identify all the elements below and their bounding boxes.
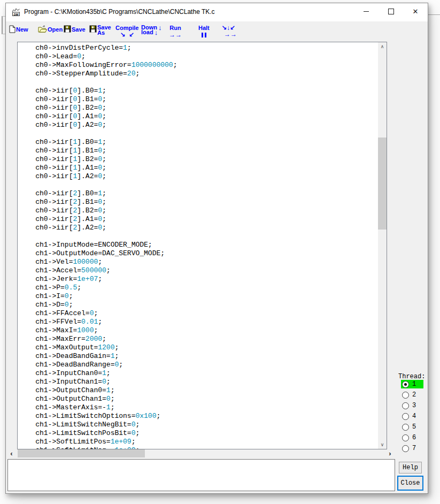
output-box[interactable] xyxy=(7,459,395,491)
scroll-down-icon: ∨ xyxy=(381,442,384,447)
thread-option-label: 3 xyxy=(412,402,416,409)
open-label: Open xyxy=(48,27,63,33)
maximize-button[interactable] xyxy=(379,3,403,19)
scroll-left-button[interactable]: ‹ xyxy=(7,449,16,457)
thread-radio-2[interactable]: 2 xyxy=(401,391,423,399)
horizontal-scrollbar[interactable]: ‹ › xyxy=(7,449,394,457)
code-line: ch1->OutputMode=DAC_SERVO_MODE; xyxy=(19,249,378,258)
code-line: ch1->MaxErr=2000; xyxy=(19,335,378,343)
code-line: ch1->LimitSwitchOptions=0x100; xyxy=(19,412,378,421)
svg-text:DM: DM xyxy=(14,13,19,16)
radio-button-icon xyxy=(402,402,409,409)
code-line: ch0->iir[1].A1=0; xyxy=(19,164,378,172)
minimize-icon xyxy=(364,11,369,12)
halt-label: Halt xyxy=(198,25,210,31)
code-line: ch0->iir[0].A2=0; xyxy=(19,121,378,129)
new-label: New xyxy=(16,27,28,33)
scroll-down-button[interactable]: ∨ xyxy=(378,440,387,449)
code-line: ch0->MaxFollowingError=1000000000; xyxy=(19,61,378,70)
code-line: ch0->iir[1].B0=1; xyxy=(19,138,378,147)
code-line: ch0->Lead=0; xyxy=(19,52,378,61)
close-button[interactable]: Close xyxy=(397,476,423,491)
toolbar: New Open Save xyxy=(6,21,428,42)
maximize-icon xyxy=(388,9,394,14)
radio-button-icon xyxy=(402,434,409,441)
code-line: ch0->iir[2].B1=0; xyxy=(19,198,378,207)
step-arrows-icon: →→ xyxy=(224,32,237,37)
thread-radio-4[interactable]: 4 xyxy=(401,412,423,421)
code-line: ch1->LimitSwitchNegBit=0; xyxy=(19,421,378,429)
scroll-right-icon: › xyxy=(389,450,391,457)
code-line: ch0->iir[0].B0=1; xyxy=(19,87,378,95)
open-button[interactable]: Open xyxy=(38,25,63,34)
open-folder-icon xyxy=(38,25,47,34)
code-line: ch1->OutputChan1=0; xyxy=(19,395,378,403)
code-editor[interactable]: ch0->invDistPerCycle=1; ch0->Lead=0; ch0… xyxy=(17,42,387,449)
code-lines: ch0->invDistPerCycle=1; ch0->Lead=0; ch0… xyxy=(18,42,378,449)
code-line xyxy=(19,129,378,138)
code-line: ch0->iir[0].A1=0; xyxy=(19,112,378,121)
run-arrows-icon: →→ xyxy=(169,32,182,37)
halt-button[interactable]: Halt xyxy=(198,25,210,37)
new-file-icon xyxy=(9,25,16,34)
download-button[interactable]: Down↓ load↓ xyxy=(141,25,161,35)
code-line: ch0->iir[1].B2=0; xyxy=(19,155,378,164)
radio-button-icon xyxy=(402,392,409,399)
horizontal-scrollbar-thumb[interactable] xyxy=(18,449,145,457)
thread-radio-5[interactable]: 5 xyxy=(401,423,423,431)
thread-radio-6[interactable]: 6 xyxy=(401,433,423,442)
code-line: ch0->iir[2].A1=0; xyxy=(19,215,378,224)
thread-option-label: 4 xyxy=(412,413,416,420)
thread-option-label: 6 xyxy=(412,434,416,441)
radio-button-icon xyxy=(402,381,409,388)
thread-option-label: 7 xyxy=(412,445,416,452)
thread-radio-7[interactable]: 7 xyxy=(401,444,423,453)
thread-option-label: 1 xyxy=(412,380,416,388)
scroll-up-button[interactable]: ∧ xyxy=(378,42,387,51)
save-as-floppy-icon xyxy=(89,25,97,34)
radio-button-icon xyxy=(402,413,409,420)
code-line: ch0->iir[2].B0=1; xyxy=(19,189,378,198)
code-line: ch0->iir[2].B2=0; xyxy=(19,207,378,215)
help-button[interactable]: Help xyxy=(399,462,422,474)
dynomotion-dm-icon: DM xyxy=(11,7,21,17)
code-line: ch0->iir[0].B1=0; xyxy=(19,95,378,104)
program-window: DM Program - C:\KMotion435b\C Programs\C… xyxy=(5,3,428,494)
thread-label: Thread: xyxy=(398,373,425,380)
code-line: ch1->SoftLimitNeg=-1e+09; xyxy=(19,446,378,449)
code-line: ch0->StepperAmplitude=20; xyxy=(19,70,378,78)
down-arrow-icon: ↓ xyxy=(158,25,162,30)
scroll-right-button[interactable]: › xyxy=(386,449,394,457)
step-button[interactable]: ↘↓↙ →→ xyxy=(220,25,237,37)
thread-radio-3[interactable]: 3 xyxy=(401,401,423,410)
vertical-scrollbar-thumb[interactable] xyxy=(378,138,387,230)
code-line: ch0->iir[0].B2=0; xyxy=(19,104,378,112)
save-as-button[interactable]: Save As xyxy=(89,25,111,35)
run-label: Run xyxy=(169,25,181,31)
pause-bars-icon xyxy=(202,33,206,37)
code-line: ch1->InputChan0=1; xyxy=(19,369,378,378)
radio-button-icon xyxy=(402,424,409,431)
code-line: ch1->FFAccel=0; xyxy=(19,309,378,318)
code-line: ch1->DeadBandGain=1; xyxy=(19,352,378,361)
code-line: ch1->Accel=500000; xyxy=(19,266,378,275)
run-button[interactable]: Run →→ xyxy=(169,25,182,37)
minimize-button[interactable] xyxy=(354,3,379,19)
code-line: ch1->MaxI=1000; xyxy=(19,326,378,335)
save-as-label-2: As xyxy=(97,29,105,36)
code-line: ch0->invDistPerCycle=1; xyxy=(19,44,378,52)
compile-button[interactable]: Compile ↘ ↙ xyxy=(115,25,138,37)
code-line: ch0->iir[1].B1=0; xyxy=(19,147,378,155)
thread-radio-1[interactable]: 1 xyxy=(401,380,423,388)
close-window-button[interactable]: ✕ xyxy=(403,3,428,19)
code-line: ch0->iir[2].A2=0; xyxy=(19,224,378,232)
code-line: ch1->FFVel=0.01; xyxy=(19,318,378,326)
compile-arrows-icon: ↘ ↙ xyxy=(120,32,134,37)
code-line: ch1->LimitSwitchPosBit=0; xyxy=(19,429,378,438)
vertical-scrollbar[interactable]: ∧ ∨ xyxy=(378,42,387,449)
down-arrow-icon: ↓ xyxy=(155,30,158,35)
save-button[interactable]: Save xyxy=(64,25,86,34)
thread-option-label: 5 xyxy=(412,423,416,431)
new-button[interactable]: New xyxy=(9,25,28,34)
code-line: ch1->OutputChan0=1; xyxy=(19,386,378,395)
